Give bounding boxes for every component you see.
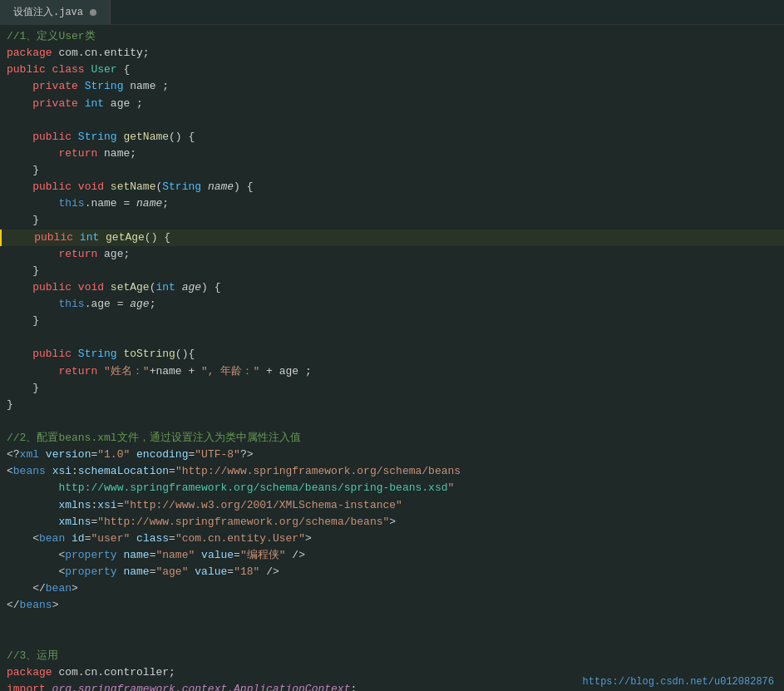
code-text: "http://www.w3.org/2001/XMLSchema-instan… xyxy=(123,497,402,514)
line: private int age ; xyxy=(0,96,784,112)
code-text: = xyxy=(234,547,240,564)
code-text: class xyxy=(136,531,169,547)
code-text: "name" xyxy=(155,547,195,564)
code-text: name xyxy=(208,179,234,195)
code-text: } xyxy=(7,397,13,413)
code-text: getName xyxy=(123,129,169,146)
code-text: User xyxy=(91,62,123,78)
code-text: public xyxy=(32,179,78,195)
code-text: } xyxy=(7,212,39,229)
editor-area: //1、定义User类 package com.cn.entity; publi… xyxy=(0,25,784,691)
code-text: public xyxy=(32,129,78,146)
line: </bean> xyxy=(0,580,784,597)
code-text: private xyxy=(32,96,84,112)
tab-filename: 设值注入.java xyxy=(13,5,83,19)
blog-url: https://blog.csdn.net/u012082876 xyxy=(573,673,784,691)
code-text: name xyxy=(123,547,149,564)
code-text: //3、运用 xyxy=(7,648,58,664)
code-text: setAge xyxy=(111,279,150,296)
line: return age; xyxy=(0,246,784,263)
code-text: String xyxy=(78,346,124,363)
code-text: int xyxy=(80,230,106,246)
code-text: } xyxy=(7,380,39,397)
line: } xyxy=(0,397,784,413)
code-text: beans xyxy=(20,597,52,614)
code-text: schemaLocation xyxy=(78,463,169,480)
code-text: xmlns xyxy=(58,514,91,531)
code-text: getAge xyxy=(106,230,145,246)
line: //2、配置beans.xml文件，通过设置注入为类中属性注入值 xyxy=(0,430,784,447)
line: public String toString(){ xyxy=(0,346,784,363)
code-text: version xyxy=(46,447,91,463)
code-text: property xyxy=(65,547,123,564)
line: http://www.springframework.org/schema/be… xyxy=(0,480,784,496)
line xyxy=(0,112,784,129)
code-text: com.cn.entity; xyxy=(58,45,149,62)
code-text: "http://www.springframework.org/schema/b… xyxy=(97,514,389,531)
code-text: ", 年龄：" xyxy=(201,363,259,380)
code-text: < xyxy=(7,531,39,547)
line xyxy=(0,631,784,648)
code-text: </ xyxy=(7,597,20,614)
line: xmlns:xsi="http://www.w3.org/2001/XMLSch… xyxy=(0,497,784,514)
code-text: name xyxy=(136,195,162,212)
line: <beans xsi:schemaLocation="http://www.sp… xyxy=(0,463,784,480)
code-text: ) { xyxy=(234,179,253,195)
code-text: } xyxy=(7,263,39,279)
code-text: = xyxy=(150,547,156,564)
code-text: package xyxy=(7,45,58,62)
line: } xyxy=(0,162,784,179)
code-text: setName xyxy=(111,179,156,195)
code-text: <? xyxy=(7,447,20,463)
code-text: return xyxy=(58,246,104,263)
code-text: class xyxy=(52,62,91,78)
code-text: String xyxy=(85,78,131,95)
line: <property name="age" value="18" /> xyxy=(0,564,784,580)
code-text: this xyxy=(58,296,84,313)
line: xmlns="http://www.springframework.org/sc… xyxy=(0,514,784,531)
code-text: public xyxy=(34,230,80,246)
code-text: : xyxy=(91,497,97,514)
code-text: + age ; xyxy=(259,363,311,380)
line: public int getAge() { xyxy=(0,230,784,246)
code-text: () { xyxy=(145,230,170,246)
code-text: com.cn.controller; xyxy=(58,664,175,681)
footer-url-text: https://blog.csdn.net/u012082876 xyxy=(583,676,774,688)
code-text: < xyxy=(7,547,65,564)
code-text: "user" xyxy=(91,531,130,547)
code-text xyxy=(7,346,32,363)
code-text xyxy=(130,531,136,547)
code-text: /> xyxy=(286,547,305,564)
code-text: ( xyxy=(150,279,156,296)
code-text: < xyxy=(7,463,13,480)
file-tab[interactable]: 设值注入.java xyxy=(0,0,111,25)
code-text: name; xyxy=(104,146,136,162)
line: private String name ; xyxy=(0,78,784,95)
code-text: = xyxy=(169,463,175,480)
code-text: { xyxy=(123,62,130,78)
code-text: public xyxy=(32,279,78,296)
code-text xyxy=(7,363,58,380)
code-text: age xyxy=(130,296,149,313)
code-text: () { xyxy=(169,129,195,146)
code-text: "姓名：" xyxy=(104,363,150,380)
code-text: beans xyxy=(13,463,52,480)
code-text: encoding xyxy=(130,447,188,463)
code-text: ; xyxy=(350,681,357,691)
code-text: xsi xyxy=(52,463,71,480)
code-text: ; xyxy=(162,195,169,212)
code-text: bean xyxy=(46,580,71,597)
code-text xyxy=(7,514,58,531)
code-text: ?> xyxy=(240,447,254,463)
line xyxy=(0,413,784,430)
code-text: id xyxy=(71,531,85,547)
code-text xyxy=(7,497,58,514)
code-text: "1.0" xyxy=(97,447,130,463)
line: public String getName() { xyxy=(0,129,784,146)
code-text: "18" xyxy=(234,564,259,580)
line: public void setName(String name) { xyxy=(0,179,784,195)
code-text: int xyxy=(85,96,111,112)
code-text: value xyxy=(201,547,234,564)
code-text: String xyxy=(78,129,124,146)
code-text xyxy=(7,279,32,296)
